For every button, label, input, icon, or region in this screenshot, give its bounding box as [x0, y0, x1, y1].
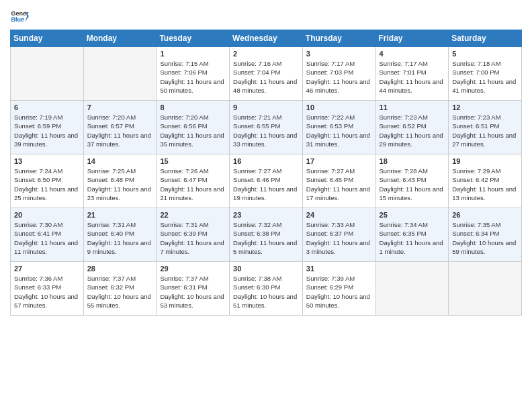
day-info: Sunrise: 7:22 AM Sunset: 6:53 PM Dayligh…: [306, 113, 372, 148]
day-info: Sunrise: 7:36 AM Sunset: 6:33 PM Dayligh…: [14, 274, 80, 310]
svg-text:Blue: Blue: [11, 16, 24, 23]
calendar-cell: 2Sunrise: 7:16 AM Sunset: 7:04 PM Daylig…: [230, 47, 303, 101]
day-number: 6: [14, 103, 80, 111]
day-number: 31: [306, 265, 372, 273]
day-info: Sunrise: 7:21 AM Sunset: 6:55 PM Dayligh…: [233, 113, 299, 148]
day-info: Sunrise: 7:20 AM Sunset: 6:56 PM Dayligh…: [160, 113, 226, 148]
day-info: Sunrise: 7:23 AM Sunset: 6:51 PM Dayligh…: [452, 113, 518, 148]
calendar-cell: 12Sunrise: 7:23 AM Sunset: 6:51 PM Dayli…: [449, 101, 522, 154]
day-number: 10: [306, 103, 372, 111]
calendar-cell: 5Sunrise: 7:18 AM Sunset: 7:00 PM Daylig…: [449, 47, 522, 101]
day-info: Sunrise: 7:18 AM Sunset: 7:00 PM Dayligh…: [452, 59, 518, 95]
calendar-cell: 24Sunrise: 7:33 AM Sunset: 6:37 PM Dayli…: [302, 208, 375, 262]
calendar-cell: 18Sunrise: 7:28 AM Sunset: 6:43 PM Dayli…: [375, 154, 449, 208]
day-info: Sunrise: 7:26 AM Sunset: 6:47 PM Dayligh…: [160, 167, 226, 202]
day-number: 17: [306, 157, 372, 165]
day-number: 14: [87, 157, 153, 165]
day-number: 11: [380, 103, 445, 111]
calendar-cell: [375, 262, 449, 316]
day-info: Sunrise: 7:15 AM Sunset: 7:06 PM Dayligh…: [160, 59, 226, 95]
day-number: 16: [233, 157, 299, 165]
day-number: 8: [160, 103, 226, 111]
day-info: Sunrise: 7:23 AM Sunset: 6:52 PM Dayligh…: [380, 113, 445, 148]
calendar-cell: 15Sunrise: 7:26 AM Sunset: 6:47 PM Dayli…: [157, 154, 230, 208]
day-number: 30: [233, 265, 299, 273]
day-info: Sunrise: 7:27 AM Sunset: 6:46 PM Dayligh…: [233, 167, 299, 202]
calendar-cell: 7Sunrise: 7:20 AM Sunset: 6:57 PM Daylig…: [83, 101, 157, 154]
day-info: Sunrise: 7:17 AM Sunset: 7:03 PM Dayligh…: [306, 59, 372, 95]
day-info: Sunrise: 7:25 AM Sunset: 6:48 PM Dayligh…: [87, 167, 153, 202]
day-number: 27: [14, 265, 80, 273]
day-header-friday: Friday: [375, 30, 449, 47]
logo-icon: General Blue: [10, 7, 29, 26]
day-info: Sunrise: 7:19 AM Sunset: 6:59 PM Dayligh…: [14, 113, 80, 148]
day-info: Sunrise: 7:16 AM Sunset: 7:04 PM Dayligh…: [233, 59, 299, 95]
day-info: Sunrise: 7:39 AM Sunset: 6:29 PM Dayligh…: [306, 274, 372, 310]
calendar-cell: 3Sunrise: 7:17 AM Sunset: 7:03 PM Daylig…: [302, 47, 375, 101]
calendar-cell: 10Sunrise: 7:22 AM Sunset: 6:53 PM Dayli…: [302, 101, 375, 154]
calendar-cell: 4Sunrise: 7:17 AM Sunset: 7:01 PM Daylig…: [375, 47, 449, 101]
day-info: Sunrise: 7:35 AM Sunset: 6:34 PM Dayligh…: [452, 220, 518, 256]
day-info: Sunrise: 7:33 AM Sunset: 6:37 PM Dayligh…: [306, 220, 372, 256]
calendar-cell: 1Sunrise: 7:15 AM Sunset: 7:06 PM Daylig…: [157, 47, 230, 101]
day-number: 26: [452, 211, 518, 219]
day-info: Sunrise: 7:37 AM Sunset: 6:32 PM Dayligh…: [87, 274, 153, 310]
day-info: Sunrise: 7:20 AM Sunset: 6:57 PM Dayligh…: [87, 113, 153, 148]
calendar-cell: 19Sunrise: 7:29 AM Sunset: 6:42 PM Dayli…: [449, 154, 522, 208]
day-header-monday: Monday: [83, 30, 157, 47]
day-number: 19: [452, 157, 518, 165]
day-number: 28: [87, 265, 153, 273]
day-number: 25: [380, 211, 445, 219]
day-number: 22: [160, 211, 226, 219]
day-info: Sunrise: 7:37 AM Sunset: 6:31 PM Dayligh…: [160, 274, 226, 310]
calendar-cell: 30Sunrise: 7:38 AM Sunset: 6:30 PM Dayli…: [230, 262, 303, 316]
day-header-thursday: Thursday: [302, 30, 375, 47]
calendar-cell: 13Sunrise: 7:24 AM Sunset: 6:50 PM Dayli…: [11, 154, 84, 208]
day-header-saturday: Saturday: [449, 30, 522, 47]
header: General Blue: [10, 7, 522, 26]
day-header-wednesday: Wednesday: [230, 30, 303, 47]
day-number: 20: [14, 211, 80, 219]
calendar-cell: [11, 47, 84, 101]
day-number: 7: [87, 103, 153, 111]
calendar-cell: 28Sunrise: 7:37 AM Sunset: 6:32 PM Dayli…: [83, 262, 157, 316]
day-number: 23: [233, 211, 299, 219]
calendar-cell: 20Sunrise: 7:30 AM Sunset: 6:41 PM Dayli…: [11, 208, 84, 262]
calendar-week-row: 27Sunrise: 7:36 AM Sunset: 6:33 PM Dayli…: [11, 262, 522, 316]
calendar-cell: 21Sunrise: 7:31 AM Sunset: 6:40 PM Dayli…: [83, 208, 157, 262]
day-number: 15: [160, 157, 226, 165]
calendar-cell: 14Sunrise: 7:25 AM Sunset: 6:48 PM Dayli…: [83, 154, 157, 208]
day-number: 21: [87, 211, 153, 219]
day-number: 24: [306, 211, 372, 219]
calendar-cell: 27Sunrise: 7:36 AM Sunset: 6:33 PM Dayli…: [11, 262, 84, 316]
day-number: 18: [380, 157, 445, 165]
calendar-cell: [83, 47, 157, 101]
day-info: Sunrise: 7:28 AM Sunset: 6:43 PM Dayligh…: [380, 167, 445, 202]
calendar-cell: 29Sunrise: 7:37 AM Sunset: 6:31 PM Dayli…: [157, 262, 230, 316]
day-header-tuesday: Tuesday: [157, 30, 230, 47]
day-info: Sunrise: 7:30 AM Sunset: 6:41 PM Dayligh…: [14, 220, 80, 256]
day-info: Sunrise: 7:38 AM Sunset: 6:30 PM Dayligh…: [233, 274, 299, 310]
calendar-cell: 9Sunrise: 7:21 AM Sunset: 6:55 PM Daylig…: [230, 101, 303, 154]
calendar-cell: 23Sunrise: 7:32 AM Sunset: 6:38 PM Dayli…: [230, 208, 303, 262]
day-header-sunday: Sunday: [11, 30, 84, 47]
calendar-table: SundayMondayTuesdayWednesdayThursdayFrid…: [10, 30, 522, 316]
calendar-cell: 17Sunrise: 7:27 AM Sunset: 6:45 PM Dayli…: [302, 154, 375, 208]
day-number: 4: [380, 50, 445, 58]
calendar-cell: 25Sunrise: 7:34 AM Sunset: 6:35 PM Dayli…: [375, 208, 449, 262]
calendar-cell: 26Sunrise: 7:35 AM Sunset: 6:34 PM Dayli…: [449, 208, 522, 262]
day-info: Sunrise: 7:31 AM Sunset: 6:40 PM Dayligh…: [87, 220, 153, 256]
day-number: 1: [160, 50, 226, 58]
day-number: 2: [233, 50, 299, 58]
day-number: 12: [452, 103, 518, 111]
calendar-cell: 22Sunrise: 7:31 AM Sunset: 6:39 PM Dayli…: [157, 208, 230, 262]
calendar-cell: 31Sunrise: 7:39 AM Sunset: 6:29 PM Dayli…: [302, 262, 375, 316]
day-info: Sunrise: 7:17 AM Sunset: 7:01 PM Dayligh…: [380, 59, 445, 95]
calendar-cell: 11Sunrise: 7:23 AM Sunset: 6:52 PM Dayli…: [375, 101, 449, 154]
day-info: Sunrise: 7:27 AM Sunset: 6:45 PM Dayligh…: [306, 167, 372, 202]
calendar-cell: [449, 262, 522, 316]
day-info: Sunrise: 7:31 AM Sunset: 6:39 PM Dayligh…: [160, 220, 226, 256]
day-number: 9: [233, 103, 299, 111]
day-number: 5: [452, 50, 518, 58]
day-number: 29: [160, 265, 226, 273]
